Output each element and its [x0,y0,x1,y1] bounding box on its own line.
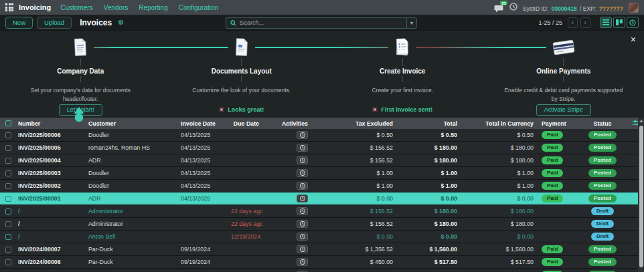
invoice-row[interactable]: /Administrator22 days ago$ 156.52$ 180.0… [0,205,644,218]
pager-prev-button[interactable]: ‹ [568,17,578,28]
row-checkbox[interactable] [5,209,11,215]
total-amount: $ 0.50 [396,132,461,138]
upload-button[interactable]: Upload [37,17,72,29]
invoice-date: 04/13/2025 [177,195,228,202]
step-title: Create Invoice [380,67,425,75]
payment-cell: Paid [537,258,576,266]
status-badge: Posted [588,144,617,152]
status-badge: Posted [588,182,617,190]
activate-stripe-button[interactable]: Activate Stripe [536,104,591,116]
pager-next-button[interactable]: › [580,17,590,28]
tax-excluded-amount: $ 1.00 [316,182,396,189]
activities-clock-icon[interactable] [509,1,517,13]
invoice-row[interactable]: INV/2025/00002Doodler04/13/2025$ 1.00$ 1… [0,180,644,192]
step-status: Looks great! [228,106,264,113]
exp-value: ??????? [599,5,623,12]
activities-cell [262,194,316,202]
invoice-row[interactable]: INV/2024/00007Par-Duck09/19/2024$ 1,356.… [0,243,644,256]
row-checkbox[interactable] [5,183,11,189]
activity-clock-button[interactable] [297,131,308,139]
row-checkbox[interactable] [5,132,11,138]
status-badge: Posted [588,245,617,253]
row-checkbox[interactable] [5,234,11,240]
scrollbar-thumb[interactable] [639,126,643,267]
activity-clock-button[interactable] [297,194,308,202]
payment-cell: Paid [537,131,576,139]
invoice-number: INV/2025/00002 [15,182,85,189]
row-checkbox[interactable] [5,259,11,265]
search-input[interactable]: Search... [226,17,406,29]
customer-name: roman24hs, Roman HS [85,144,177,151]
list-view-button[interactable] [600,17,612,28]
activity-clock-button[interactable] [297,220,308,228]
nav-item-customers[interactable]: Customers [60,4,92,11]
activity-clock-button[interactable] [297,207,308,215]
row-checkbox[interactable] [5,170,11,176]
invoice-row[interactable]: INV/2025/00001ADR04/13/2025$ 0.00$ 0.00$… [0,192,644,205]
invoice-row[interactable]: INV/2025/00003Doodler04/13/2025$ 1.00$ 1… [0,167,644,180]
messages-icon[interactable]: 25 [494,3,504,11]
invoice-table: Number Customer Invoice Date Due Date Ac… [0,118,644,272]
row-checkbox[interactable] [5,247,11,253]
activity-clock-button[interactable] [297,245,308,253]
actions-gear-icon[interactable]: ⚙ [118,19,124,26]
invoice-row[interactable]: INV/2024/00006Par-Duck09/19/2024$ 450.00… [0,256,644,269]
activity-clock-button[interactable] [297,156,308,164]
customer-name: Anton Bell [85,233,177,240]
row-checkbox[interactable] [5,221,11,227]
payment-badge: Paid [542,194,563,202]
list-view-icon [602,19,609,25]
row-checkbox[interactable] [5,145,11,151]
status-cell: Posted [576,144,629,152]
total-in-currency-amount: $ 180.00 [461,144,537,151]
user-avatar[interactable] [629,3,639,13]
invoice-row[interactable]: /Anton Bell12/19/2024$ 0.00$ 0.00$ 0.00D… [0,231,644,243]
invoice-date: 04/13/2025 [177,170,228,176]
nav-item-reporting[interactable]: Reporting [139,4,167,11]
invoice-row[interactable]: /Administrator22 days ago$ 156.52$ 180.0… [0,218,644,231]
apps-grid-icon[interactable] [5,3,13,11]
activity-clock-button[interactable] [297,169,308,177]
payment-badge: Paid [542,131,563,139]
invoice-number: INV/2025/00001 [15,195,85,202]
activity-clock-button[interactable] [297,144,308,152]
status-badge: Posted [588,194,617,202]
kanban-view-button[interactable] [613,17,625,28]
status-cell: Posted [576,194,629,202]
status-badge: Draft [591,207,614,215]
step-done-icon [372,107,378,112]
activity-view-button[interactable] [627,17,639,28]
activities-cell [262,131,316,139]
nav-menu: Customers Vendors Reporting Configuratio… [60,4,218,11]
search-icon [230,20,236,26]
row-checkbox-cell [0,183,15,189]
payment-badge: Paid [542,258,563,266]
total-in-currency-amount: $ 1.00 [461,182,537,189]
tax-excluded-amount: $ 0.00 [316,195,396,202]
customer-name: Par-Duck [85,246,177,253]
activity-clock-button[interactable] [297,182,308,190]
search-dropdown-toggle[interactable]: ▼ [406,17,417,29]
app-title[interactable]: Invoicing [19,3,51,11]
invoice-row[interactable]: INV/2025/00006Doodler04/13/2025$ 0.50$ 0… [0,129,644,142]
row-checkbox[interactable] [5,158,11,164]
status-cell: Draft [576,233,629,241]
nav-item-vendors[interactable]: Vendors [104,4,129,11]
activity-clock-button[interactable] [297,233,308,241]
onboarding-pointer-pin [74,107,84,126]
banner-close-icon[interactable]: × [631,35,636,44]
nav-right-cluster: 25 SystID ID: 00000418 / EXP: ??????? [494,1,639,13]
row-checkbox-cell [0,145,15,151]
search-bar[interactable]: Search... ▼ [226,17,417,29]
row-checkbox[interactable] [5,196,11,202]
status-cell: Posted [576,131,629,139]
invoice-number: INV/2025/00003 [15,170,85,176]
new-button[interactable]: New [5,17,33,29]
nav-item-configuration[interactable]: Configuration [179,4,218,11]
invoice-row[interactable]: INV/2025/00005roman24hs, Roman HS04/13/2… [0,142,644,154]
activity-view-icon [629,19,636,26]
vertical-scrollbar[interactable] [638,118,644,272]
invoice-row[interactable]: PaidPosted [0,269,644,272]
activity-clock-button[interactable] [297,258,308,266]
invoice-row[interactable]: INV/2025/00004ADR04/13/2025$ 156.52$ 180… [0,154,644,167]
